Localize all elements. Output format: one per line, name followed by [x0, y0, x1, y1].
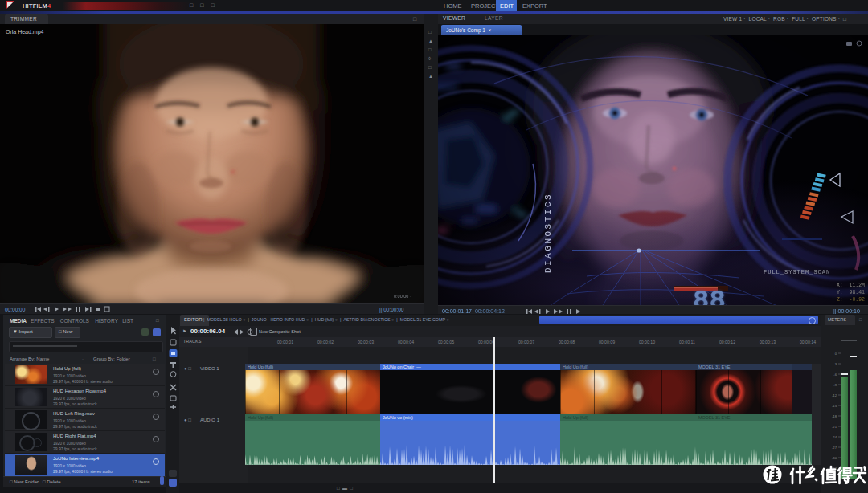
svg-text:00:00:01: 00:00:01	[277, 340, 293, 344]
svg-text:00:00:13: 00:00:13	[760, 340, 776, 344]
svg-text:-12: -12	[832, 393, 837, 397]
svg-text:00:00:02: 00:00:02	[317, 340, 334, 344]
svg-text:00:00:12: 00:00:12	[719, 340, 735, 344]
svg-text:-21: -21	[832, 425, 837, 429]
svg-text:00:00:10: 00:00:10	[639, 340, 655, 344]
svg-text:-6: -6	[833, 373, 837, 377]
svg-text:00:00:14: 00:00:14	[800, 340, 816, 344]
svg-text:-30: -30	[832, 456, 837, 460]
svg-text:00:00:05: 00:00:05	[438, 340, 454, 344]
svg-text:-18: -18	[832, 414, 837, 418]
svg-text:00:00:04: 00:00:04	[398, 340, 414, 344]
svg-text:-15: -15	[832, 404, 837, 408]
svg-text:00:00:11: 00:00:11	[679, 340, 695, 344]
svg-text:0: 0	[835, 352, 837, 356]
svg-text:00:00:06: 00:00:06	[478, 340, 494, 344]
svg-text:-9: -9	[833, 383, 837, 387]
svg-text:-3: -3	[833, 362, 837, 366]
svg-text:-27: -27	[832, 446, 837, 450]
svg-text:00:00:08: 00:00:08	[559, 340, 575, 344]
svg-text:00:00:07: 00:00:07	[518, 340, 534, 344]
svg-text:00:00:03: 00:00:03	[358, 340, 374, 344]
svg-text:00:00:09: 00:00:09	[599, 340, 615, 344]
svg-text:-24: -24	[832, 435, 837, 439]
